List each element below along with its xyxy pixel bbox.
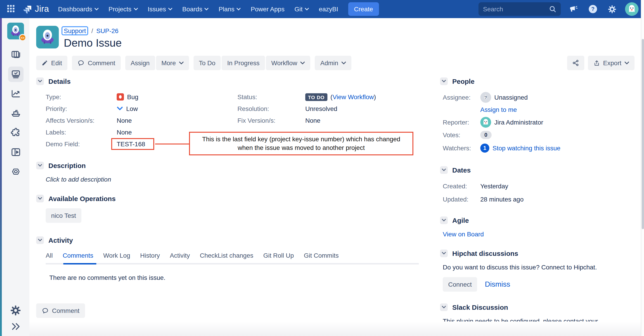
annotation-arrow xyxy=(155,143,190,144)
project-avatar[interactable] xyxy=(36,26,59,49)
tab-checklist-changes[interactable]: CheckList changes xyxy=(200,252,254,259)
tab-git-roll-up[interactable]: Git Roll Up xyxy=(263,252,294,259)
no-comments-message: There are no comments yet on this issue. xyxy=(49,274,418,281)
in-progress-button[interactable]: In Progress xyxy=(222,56,265,70)
issue-header: Support / SUP-26 Demo Issue xyxy=(36,26,634,49)
tab-all[interactable]: All xyxy=(46,252,53,259)
tab-git-commits[interactable]: Git Commits xyxy=(304,252,339,259)
app-switcher-icon[interactable] xyxy=(7,5,16,13)
help-icon[interactable]: ? xyxy=(587,3,599,15)
create-button[interactable]: Create xyxy=(348,2,379,16)
details-heading: Details xyxy=(48,77,70,85)
field-affects-version: Affects Version/s: None xyxy=(46,115,238,126)
collapse-chevron-icon[interactable] xyxy=(440,166,448,174)
agile-heading: Agile xyxy=(452,216,469,224)
project-avatar-tile[interactable]: <> xyxy=(7,23,24,39)
field-type: Type: Bug xyxy=(46,91,238,103)
breadcrumb: Support / SUP-26 xyxy=(64,26,122,35)
code-badge-icon: <> xyxy=(19,34,26,41)
share-button[interactable] xyxy=(567,56,584,70)
nico-test-button[interactable]: nico Test xyxy=(46,208,82,223)
user-avatar[interactable] xyxy=(625,2,638,16)
field-resolution: Resolution: Unresolved xyxy=(238,103,418,115)
nav-boards[interactable]: Boards xyxy=(182,6,209,13)
hipchat-connect-button[interactable]: Connect xyxy=(443,277,477,292)
votes-badge[interactable]: 0 xyxy=(480,131,491,139)
footer-comment-button[interactable]: Comment xyxy=(36,303,85,318)
collapse-chevron-icon[interactable] xyxy=(36,195,44,202)
sidebar-settings-gear-icon[interactable] xyxy=(10,305,21,316)
breadcrumb-project-link[interactable]: Support xyxy=(62,26,88,35)
hipchat-dismiss-link[interactable]: Dismiss xyxy=(485,280,510,288)
sidebar-item-boards[interactable] xyxy=(8,47,23,63)
collapse-chevron-icon[interactable] xyxy=(36,161,44,169)
field-status: Status: TO DO (View Workflow) xyxy=(238,91,418,103)
stop-watching-link[interactable]: Stop watching this issue xyxy=(492,144,560,151)
collapse-chevron-icon[interactable] xyxy=(36,77,44,85)
sidebar-item-git-panel[interactable] xyxy=(8,144,23,160)
breadcrumb-issue-key[interactable]: SUP-26 xyxy=(96,27,118,34)
chevron-down-icon xyxy=(300,62,305,64)
nav-power-apps[interactable]: Power Apps xyxy=(251,6,284,13)
collapse-chevron-icon[interactable] xyxy=(440,303,448,311)
sidebar-item-reports[interactable] xyxy=(8,86,23,101)
tab-activity[interactable]: Activity xyxy=(170,252,190,259)
view-workflow-link[interactable]: View Workflow xyxy=(333,93,374,101)
export-button[interactable]: Export xyxy=(588,56,634,70)
chevron-down-icon xyxy=(205,8,209,11)
page-scrollbar[interactable] xyxy=(641,0,644,336)
nav-dashboards[interactable]: Dashboards xyxy=(58,6,98,13)
sidebar-item-issues-active[interactable] xyxy=(8,67,23,82)
people-heading: People xyxy=(452,77,474,85)
more-button[interactable]: More xyxy=(156,56,189,70)
share-icon xyxy=(572,59,579,67)
sidebar-expand-icon[interactable] xyxy=(11,322,20,330)
activity-tabs: All Comments Work Log History Activity C… xyxy=(46,252,418,259)
view-on-board-link[interactable]: View on Board xyxy=(443,231,484,238)
scrollbar-thumb[interactable] xyxy=(642,39,644,229)
announcements-icon[interactable] xyxy=(568,3,580,15)
nav-plans[interactable]: Plans xyxy=(219,6,241,13)
available-operations-section: Available Operations nico Test xyxy=(36,194,418,223)
top-nav-right: ? xyxy=(478,2,638,16)
assign-to-me-link[interactable]: Assign to me xyxy=(480,106,517,113)
chevron-down-icon xyxy=(94,8,98,11)
collapse-chevron-icon[interactable] xyxy=(440,77,448,85)
collapse-chevron-icon[interactable] xyxy=(440,249,448,257)
assign-button[interactable]: Assign xyxy=(125,56,155,70)
comment-bubble-icon xyxy=(77,59,84,67)
sidebar-item-plugin-hex[interactable] xyxy=(8,164,23,179)
admin-button[interactable]: Admin xyxy=(315,56,351,70)
search-icon xyxy=(549,6,556,13)
chevron-down-icon xyxy=(179,62,184,64)
description-heading: Description xyxy=(48,161,86,169)
description-placeholder[interactable]: Click to add description xyxy=(46,176,418,183)
search-box[interactable] xyxy=(478,2,561,16)
collapse-chevron-icon[interactable] xyxy=(440,216,448,224)
sidebar-gradient-strip xyxy=(0,18,2,336)
workflow-button[interactable]: Workflow xyxy=(266,56,310,70)
nav-issues[interactable]: Issues xyxy=(148,6,172,13)
tab-history[interactable]: History xyxy=(140,252,160,259)
dates-heading: Dates xyxy=(452,166,471,174)
settings-gear-icon[interactable] xyxy=(606,3,618,15)
sidebar-item-addons[interactable] xyxy=(8,125,23,140)
edit-button[interactable]: Edit xyxy=(36,56,68,70)
tab-work-log[interactable]: Work Log xyxy=(103,252,130,259)
content-footer-fade xyxy=(30,321,641,336)
top-nav-menu: Dashboards Projects Issues Boards Plans … xyxy=(58,6,338,13)
nav-eazybi[interactable]: eazyBI xyxy=(319,6,338,13)
nav-git[interactable]: Git xyxy=(294,6,309,13)
watchers-count-badge[interactable]: 1 xyxy=(480,143,489,152)
comment-button[interactable]: Comment xyxy=(72,56,120,70)
export-icon xyxy=(593,60,600,66)
jira-logo[interactable]: Jira xyxy=(22,4,49,14)
sidebar-item-releases[interactable] xyxy=(8,105,23,121)
workflow-group: To Do In Progress Workflow xyxy=(194,56,310,70)
search-input[interactable] xyxy=(483,6,546,13)
reporter-avatar xyxy=(480,117,491,127)
todo-button[interactable]: To Do xyxy=(194,56,221,70)
collapse-chevron-icon[interactable] xyxy=(36,236,44,244)
tab-comments[interactable]: Comments xyxy=(63,252,93,259)
nav-projects[interactable]: Projects xyxy=(108,6,138,13)
